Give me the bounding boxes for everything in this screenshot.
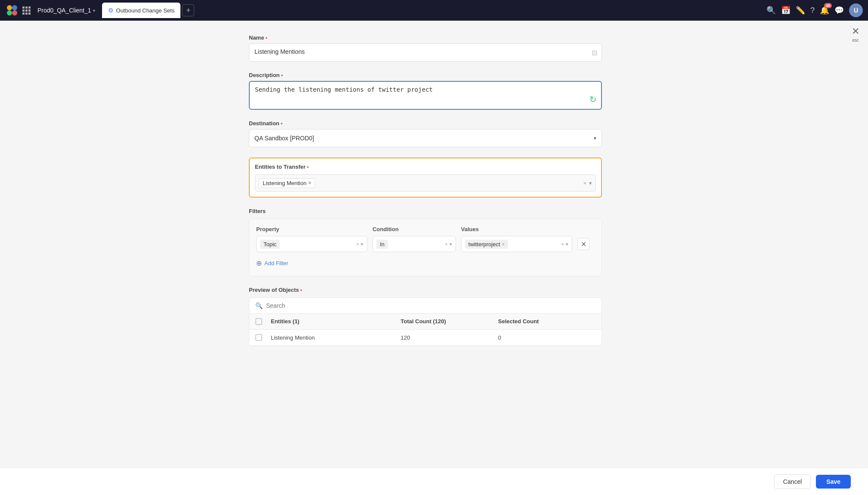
preview-section: Preview of Objects • 🔍 Entities (1) Tota… — [249, 287, 602, 346]
filter-row: Topic × ▾ In × ▾ — [256, 236, 595, 252]
entities-required: • — [307, 164, 309, 170]
refresh-icon[interactable]: ↻ — [589, 94, 597, 105]
calendar-icon[interactable]: 📅 — [781, 6, 790, 15]
main-content: Name • ⊟ Description • Sending the liste… — [240, 21, 628, 370]
description-required: • — [281, 72, 283, 78]
row-total: 120 — [401, 334, 498, 341]
destination-section: Destination • QA Sandbox [PROD0] ▾ — [249, 120, 602, 147]
help-icon[interactable]: ? — [810, 6, 815, 15]
add-tab-button[interactable]: + — [182, 4, 194, 16]
total-count-col-header: Total Count (120) — [401, 318, 498, 325]
save-button[interactable]: Save — [816, 475, 851, 489]
entity-tag-close[interactable]: × — [308, 180, 311, 186]
notification-icon[interactable]: 🔔 48 — [820, 6, 829, 15]
filter-value-tag: twitterproject × — [465, 240, 508, 249]
destination-select[interactable]: QA Sandbox [PROD0] ▾ — [249, 129, 602, 147]
filter-values-controls: × ▾ — [561, 241, 568, 247]
entities-section: Entities to Transfer • Listening Mention… — [249, 158, 602, 198]
close-icon: ✕ — [852, 26, 859, 37]
tab-gear-icon: ⚙ — [108, 7, 114, 14]
filter-values-clear[interactable]: × — [561, 241, 564, 247]
notification-badge: 48 — [824, 3, 832, 8]
description-section: Description • Sending the listening ment… — [249, 72, 602, 110]
filter-condition-clear[interactable]: × — [445, 241, 447, 247]
selected-count-col-header: Selected Count — [498, 318, 595, 325]
tag-chevron-icon[interactable]: ▾ — [589, 180, 592, 186]
search-icon[interactable]: 🔍 — [766, 6, 776, 15]
filter-value-label: twitterproject — [468, 241, 500, 248]
preview-search: 🔍 — [249, 298, 601, 314]
svg-point-1 — [12, 5, 17, 10]
filter-condition-input[interactable]: In × ▾ — [372, 236, 456, 252]
preview-search-input[interactable] — [266, 302, 595, 309]
app-name-label: Prod0_QA_Client_1 — [37, 7, 91, 14]
chat-icon[interactable]: 💬 — [834, 6, 844, 15]
add-filter-button[interactable]: ⊕ Add Filter — [256, 257, 595, 269]
filter-condition-tag: In — [376, 240, 388, 249]
add-tab-icon: + — [186, 6, 191, 15]
app-name[interactable]: Prod0_QA_Client_1 ▾ — [34, 5, 99, 15]
filter-condition-value: In — [380, 241, 384, 248]
description-label: Description • — [249, 72, 602, 78]
entities-tag-input[interactable]: Listening Mention × × ▾ — [255, 174, 596, 192]
name-label: Name • — [249, 34, 602, 41]
filter-property-input[interactable]: Topic × ▾ — [256, 236, 367, 252]
name-section: Name • ⊟ — [249, 34, 602, 62]
tab-outbound-change-sets[interactable]: ⚙ Outbound Change Sets — [102, 3, 181, 18]
table-header: Entities (1) Total Count (120) Selected … — [249, 314, 601, 330]
filter-condition-chevron[interactable]: ▾ — [450, 241, 452, 247]
row-select-checkbox[interactable] — [255, 334, 262, 341]
filters-section: Filters Property Condition Values Topic … — [249, 208, 602, 276]
row-selected: 0 — [498, 334, 595, 341]
table-row: Listening Mention 120 0 — [249, 330, 601, 346]
app-logo[interactable] — [5, 3, 19, 17]
esc-label: esc — [852, 38, 859, 43]
navbar: Prod0_QA_Client_1 ▾ ⚙ Outbound Change Se… — [0, 0, 868, 21]
filter-property-chevron[interactable]: ▾ — [361, 241, 363, 247]
filter-delete-button[interactable]: ✕ — [577, 238, 589, 250]
name-required: • — [265, 34, 267, 41]
tab-label: Outbound Change Sets — [116, 7, 175, 14]
filter-values-chevron[interactable]: ▾ — [566, 241, 568, 247]
waffle-icon[interactable] — [22, 6, 31, 15]
destination-label: Destination • — [249, 120, 602, 127]
destination-required: • — [281, 120, 283, 127]
tabs-bar: ⚙ Outbound Change Sets + — [102, 3, 763, 18]
cancel-button[interactable]: Cancel — [774, 474, 811, 489]
entities-label: Entities to Transfer • — [255, 164, 596, 170]
svg-point-0 — [7, 5, 12, 10]
name-input[interactable] — [254, 48, 584, 55]
description-input[interactable]: Sending the listening mentions of twitte… — [250, 82, 601, 108]
entities-box: Entities to Transfer • Listening Mention… — [249, 158, 602, 198]
filter-value-clear[interactable]: × — [502, 241, 505, 247]
description-textarea-wrapper: Sending the listening mentions of twitte… — [249, 81, 602, 110]
action-bar: Cancel Save — [0, 467, 868, 495]
tag-clear-icon[interactable]: × — [583, 180, 586, 186]
filter-property-clear[interactable]: × — [356, 241, 359, 247]
entities-col-header: Entities (1) — [271, 318, 401, 325]
svg-point-2 — [7, 10, 12, 15]
select-all-checkbox[interactable] — [255, 318, 262, 325]
add-filter-label: Add Filter — [264, 260, 288, 266]
filter-values-header: Values — [461, 226, 572, 232]
search-icon: 🔍 — [255, 302, 263, 309]
name-input-wrapper: ⊟ — [249, 43, 602, 62]
avatar[interactable]: U — [849, 3, 863, 17]
edit-icon[interactable]: ✏️ — [796, 6, 805, 15]
filter-property-header: Property — [256, 226, 367, 232]
tag-input-controls: × ▾ — [583, 180, 592, 186]
entity-tag: Listening Mention × — [259, 178, 315, 188]
filter-condition-controls: × ▾ — [445, 241, 452, 247]
destination-chevron: ▾ — [594, 135, 596, 141]
filters-header: Property Condition Values — [256, 226, 595, 232]
delete-icon: ✕ — [581, 240, 586, 248]
filter-condition-header: Condition — [372, 226, 456, 232]
filter-property-tag: Topic — [260, 240, 280, 249]
filters-label: Filters — [249, 208, 602, 214]
row-entity: Listening Mention — [271, 334, 401, 341]
close-button[interactable]: ✕ esc — [852, 26, 859, 43]
table-checkbox-header — [255, 318, 271, 325]
entity-tag-label: Listening Mention — [263, 180, 307, 186]
filter-values-input[interactable]: twitterproject × × ▾ — [461, 236, 572, 252]
app-name-chevron: ▾ — [93, 8, 95, 13]
